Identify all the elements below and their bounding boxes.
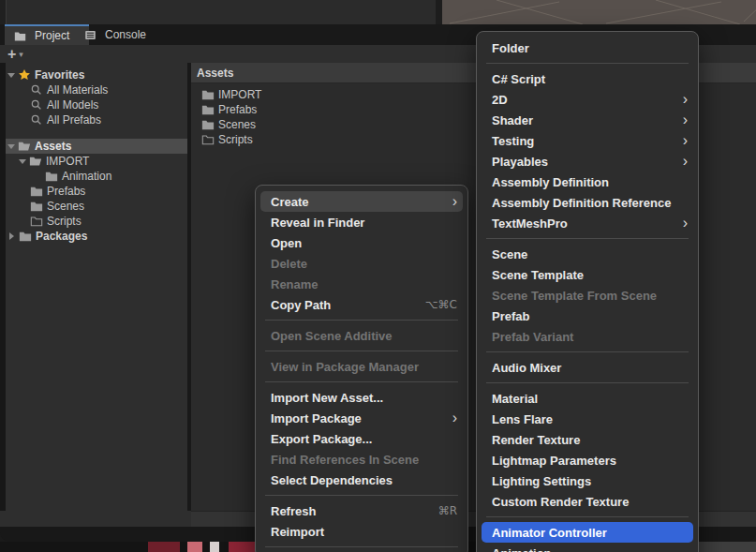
menu-item-2d[interactable]: 2D › [482, 89, 693, 110]
menu-item-copy-path[interactable]: Copy Path ⌥⌘C [260, 294, 463, 315]
sidebar-item-assets[interactable]: Assets [6, 139, 187, 154]
menu-item-animator-controller[interactable]: Animator Controller [482, 522, 693, 543]
menu-item-label: Import Package [271, 411, 362, 425]
menu-item-label: Delete [271, 257, 307, 271]
menu-item-label: Lightmap Parameters [492, 454, 616, 468]
caret-down-icon[interactable] [7, 73, 15, 78]
sidebar-label: Prefabs [47, 185, 85, 198]
menu-item-label: Rename [271, 277, 319, 291]
background-fragment [187, 542, 202, 552]
menu-item-material[interactable]: Material [482, 388, 693, 409]
assets-header-label: Assets [197, 67, 233, 80]
sidebar-label: Scripts [47, 215, 82, 228]
menu-item-label: Open Scene Additive [271, 329, 393, 343]
menu-item-label: Prefab Variant [492, 330, 573, 344]
menu-item-label: Assembly Definition Reference [492, 196, 671, 210]
menu-item-render-texture[interactable]: Render Texture [482, 429, 693, 450]
menu-item-scene-template[interactable]: Scene Template [482, 264, 693, 285]
menu-item-animation[interactable]: Animation [482, 543, 693, 552]
sidebar-label: IMPORT [46, 155, 89, 168]
submenu-chevron-icon: › [683, 112, 688, 127]
menu-item-assembly-definition[interactable]: Assembly Definition [482, 172, 693, 192]
menu-item-select-dependencies[interactable]: Select Dependencies [260, 470, 463, 490]
menu-item-import-package[interactable]: Import Package › [260, 408, 463, 428]
unity-editor-screenshot: Project Console + ▾ Favorites [0, 0, 756, 552]
sidebar-label: Scenes [47, 200, 84, 213]
sidebar-item-import[interactable]: IMPORT [6, 154, 187, 169]
sidebar-label: All Prefabs [47, 113, 101, 127]
menu-item-open-scene-additive: Open Scene Additive [260, 325, 463, 346]
folder-icon [30, 185, 43, 198]
console-icon [84, 29, 96, 41]
menu-item-textmeshpro[interactable]: TextMeshPro › [482, 213, 693, 233]
sidebar-item-scenes[interactable]: Scenes [6, 199, 187, 214]
menu-item-reimport[interactable]: Reimport [260, 521, 463, 542]
caret-right-icon[interactable] [9, 232, 14, 240]
submenu-chevron-icon: › [452, 410, 457, 425]
tab-console[interactable]: Console [75, 24, 156, 45]
menu-item-open[interactable]: Open [260, 232, 463, 253]
menu-item-delete: Delete [260, 253, 463, 274]
add-asset-dropdown-caret-icon[interactable]: ▾ [19, 50, 23, 59]
tab-console-label: Console [105, 28, 146, 41]
menu-item-custom-render-texture[interactable]: Custom Render Texture [482, 491, 693, 512]
sidebar-item-favorites[interactable]: Favorites [6, 67, 187, 82]
menu-item-label: Lighting Settings [492, 474, 591, 488]
caret-down-icon[interactable] [19, 159, 26, 164]
menu-item-testing[interactable]: Testing › [482, 130, 693, 151]
menu-item-assembly-definition-reference[interactable]: Assembly Definition Reference [482, 192, 693, 213]
sidebar-item-all-models[interactable]: All Models [6, 97, 187, 112]
menu-item-reveal-in-finder[interactable]: Reveal in Finder [260, 212, 463, 232]
folder-icon [45, 170, 58, 183]
asset-folder-label: IMPORT [218, 88, 261, 101]
menu-item-label: Scene Template [492, 268, 584, 282]
menu-item-c-script[interactable]: C# Script [482, 68, 693, 89]
menu-item-label: Scene [492, 247, 527, 261]
menu-item-playables[interactable]: Playables › [482, 151, 693, 172]
menu-item-lightmap-parameters[interactable]: Lightmap Parameters [482, 450, 693, 470]
menu-item-prefab[interactable]: Prefab [482, 306, 693, 326]
menu-item-lighting-settings[interactable]: Lighting Settings [482, 470, 693, 491]
sidebar-item-all-prefabs[interactable]: All Prefabs [6, 112, 187, 127]
caret-down-icon[interactable] [7, 144, 15, 149]
tree-section-gap [6, 127, 187, 139]
menu-item-export-package[interactable]: Export Package... [260, 428, 463, 449]
menu-item-label: Playables [492, 155, 548, 169]
menu-item-scene-template-from-scene: Scene Template From Scene [482, 285, 693, 306]
sidebar-label: Animation [62, 170, 111, 183]
background-fragment [210, 542, 219, 552]
project-sidebar-tree: Favorites All Materials All Models All P… [6, 63, 187, 527]
menu-item-import-new-asset[interactable]: Import New Asset... [260, 387, 463, 408]
menu-separator [265, 381, 458, 382]
menu-item-lens-flare[interactable]: Lens Flare [482, 409, 693, 429]
submenu-chevron-icon: › [683, 216, 688, 231]
submenu-chevron-icon: › [452, 194, 457, 209]
scene-view-fragment [436, 0, 756, 24]
menu-item-find-references-in-scene: Find References In Scene [260, 449, 463, 470]
folder-open-icon [29, 155, 42, 168]
menu-item-refresh[interactable]: Refresh ⌘R [260, 500, 463, 521]
menu-item-label: Copy Path [271, 298, 331, 312]
menu-item-create[interactable]: Create › [260, 191, 463, 212]
menu-item-label: Select Dependencies [271, 473, 393, 487]
menu-item-label: TextMeshPro [492, 216, 568, 231]
menu-item-shader[interactable]: Shader › [482, 110, 693, 130]
folder-icon [201, 118, 215, 131]
menu-item-folder[interactable]: Folder [482, 37, 693, 58]
folder-empty-icon [30, 215, 43, 228]
menu-item-audio-mixer[interactable]: Audio Mixer [482, 357, 693, 378]
sidebar-item-animation[interactable]: Animation [6, 169, 187, 184]
window-left-edge [0, 0, 7, 24]
sidebar-item-prefabs[interactable]: Prefabs [6, 184, 187, 199]
tab-project-label: Project [35, 29, 69, 42]
sidebar-item-packages[interactable]: Packages [6, 229, 187, 244]
menu-item-label: Material [492, 392, 538, 406]
menu-item-label: Open [271, 236, 302, 250]
sidebar-item-all-materials[interactable]: All Materials [6, 82, 187, 97]
sidebar-item-scripts[interactable]: Scripts [6, 214, 187, 229]
menu-separator [486, 238, 689, 239]
sidebar-label: Favorites [35, 68, 84, 82]
menu-item-label: Import New Asset... [271, 391, 383, 405]
menu-item-scene[interactable]: Scene [482, 244, 693, 264]
add-asset-button[interactable]: + [7, 48, 16, 61]
